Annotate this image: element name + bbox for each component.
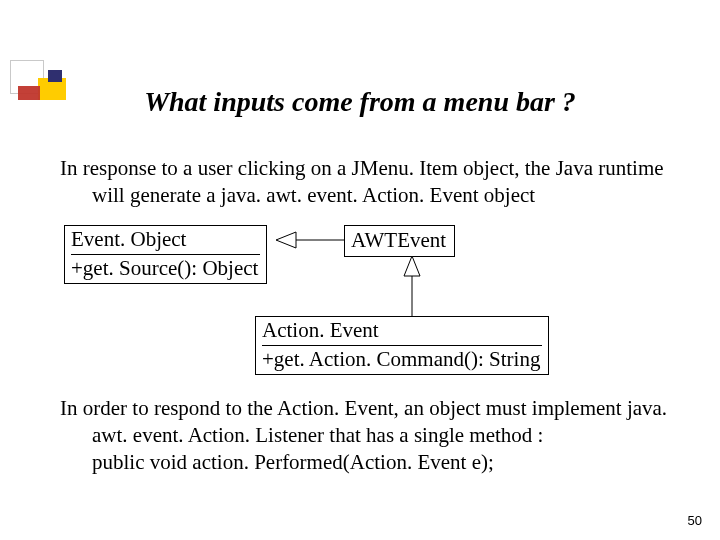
slide: { "title": "What inputs come from a menu… — [0, 0, 720, 540]
uml-class-action-event: Action. Event +get. Action. Command(): S… — [255, 316, 549, 375]
uml-class-name: AWTEvent — [351, 227, 448, 254]
paragraph-1: In response to a user clicking on a JMen… — [60, 155, 678, 209]
uml-class-awt-event: AWTEvent — [344, 225, 455, 257]
uml-operation: +get. Source(): Object — [71, 255, 260, 282]
uml-class-name: Action. Event — [262, 318, 542, 346]
paragraph-2: In order to respond to the Action. Event… — [60, 395, 672, 476]
deco-square-navy — [48, 70, 62, 82]
svg-marker-3 — [404, 256, 420, 276]
uml-operation: +get. Action. Command(): String — [262, 346, 542, 373]
uml-class-name: Event. Object — [71, 227, 260, 255]
svg-marker-1 — [276, 232, 296, 248]
slide-title: What inputs come from a menu bar ? — [0, 86, 720, 118]
uml-class-event-object: Event. Object +get. Source(): Object — [64, 225, 267, 284]
page-number: 50 — [688, 513, 702, 528]
